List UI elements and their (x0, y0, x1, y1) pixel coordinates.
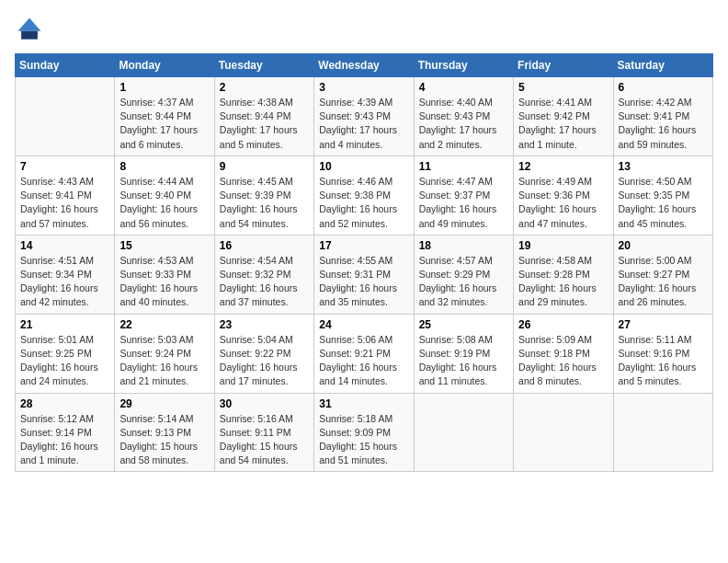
logo (15, 15, 48, 44)
calendar-cell: 10Sunrise: 4:46 AMSunset: 9:38 PMDayligh… (314, 155, 414, 235)
calendar-cell: 16Sunrise: 4:54 AMSunset: 9:32 PMDayligh… (214, 235, 313, 314)
day-info: Sunrise: 5:08 AMSunset: 9:19 PMDaylight:… (419, 333, 508, 389)
calendar-cell: 3Sunrise: 4:39 AMSunset: 9:43 PMDaylight… (314, 77, 414, 156)
day-number: 2 (220, 81, 309, 94)
calendar-cell: 15Sunrise: 4:53 AMSunset: 9:33 PMDayligh… (115, 235, 214, 314)
day-info: Sunrise: 4:37 AMSunset: 9:44 PMDaylight:… (119, 96, 209, 152)
calendar-cell: 30Sunrise: 5:16 AMSunset: 9:11 PMDayligh… (214, 393, 313, 472)
calendar-cell (514, 393, 613, 472)
day-info: Sunrise: 5:03 AMSunset: 9:24 PMDaylight:… (119, 333, 209, 389)
calendar-cell: 31Sunrise: 5:18 AMSunset: 9:09 PMDayligh… (314, 393, 414, 472)
table-row: 7Sunrise: 4:43 AMSunset: 9:41 PMDaylight… (16, 155, 713, 235)
calendar-cell: 22Sunrise: 5:03 AMSunset: 9:24 PMDayligh… (115, 314, 214, 393)
day-number: 31 (319, 397, 408, 410)
day-info: Sunrise: 5:12 AMSunset: 9:14 PMDaylight:… (20, 412, 109, 468)
calendar-cell: 21Sunrise: 5:01 AMSunset: 9:25 PMDayligh… (16, 314, 115, 393)
table-row: 21Sunrise: 5:01 AMSunset: 9:25 PMDayligh… (16, 314, 713, 393)
day-number: 26 (518, 318, 608, 331)
day-info: Sunrise: 5:09 AMSunset: 9:18 PMDaylight:… (518, 333, 608, 389)
table-row: 1Sunrise: 4:37 AMSunset: 9:44 PMDaylight… (16, 77, 713, 156)
calendar-cell: 28Sunrise: 5:12 AMSunset: 9:14 PMDayligh… (16, 393, 115, 472)
day-number: 6 (619, 81, 708, 94)
day-number: 19 (518, 239, 608, 252)
day-number: 10 (319, 160, 408, 173)
day-number: 12 (518, 160, 608, 173)
day-info: Sunrise: 5:00 AMSunset: 9:27 PMDaylight:… (619, 254, 708, 310)
day-info: Sunrise: 5:06 AMSunset: 9:21 PMDaylight:… (319, 333, 408, 389)
day-info: Sunrise: 4:50 AMSunset: 9:35 PMDaylight:… (619, 175, 708, 231)
day-info: Sunrise: 4:55 AMSunset: 9:31 PMDaylight:… (319, 254, 408, 310)
col-header-saturday: Saturday (613, 54, 712, 77)
day-number: 11 (419, 160, 508, 173)
col-header-monday: Monday (115, 54, 214, 77)
day-info: Sunrise: 4:49 AMSunset: 9:36 PMDaylight:… (518, 175, 608, 231)
calendar-cell: 27Sunrise: 5:11 AMSunset: 9:16 PMDayligh… (613, 314, 712, 393)
calendar-cell: 13Sunrise: 4:50 AMSunset: 9:35 PMDayligh… (613, 155, 712, 235)
logo-icon (15, 15, 44, 44)
day-info: Sunrise: 4:44 AMSunset: 9:40 PMDaylight:… (119, 175, 209, 231)
calendar-cell: 12Sunrise: 4:49 AMSunset: 9:36 PMDayligh… (514, 155, 613, 235)
day-number: 9 (220, 160, 309, 173)
day-info: Sunrise: 4:39 AMSunset: 9:43 PMDaylight:… (319, 96, 408, 152)
col-header-wednesday: Wednesday (314, 54, 414, 77)
day-number: 27 (619, 318, 708, 331)
day-info: Sunrise: 5:14 AMSunset: 9:13 PMDaylight:… (119, 412, 209, 468)
day-info: Sunrise: 5:04 AMSunset: 9:22 PMDaylight:… (220, 333, 309, 389)
day-info: Sunrise: 4:40 AMSunset: 9:43 PMDaylight:… (419, 96, 508, 152)
day-number: 15 (119, 239, 209, 252)
day-info: Sunrise: 4:53 AMSunset: 9:33 PMDaylight:… (119, 254, 209, 310)
day-info: Sunrise: 5:18 AMSunset: 9:09 PMDaylight:… (319, 412, 408, 468)
day-number: 29 (119, 397, 209, 410)
day-number: 28 (20, 397, 109, 410)
calendar-cell: 4Sunrise: 4:40 AMSunset: 9:43 PMDaylight… (414, 77, 513, 156)
table-row: 28Sunrise: 5:12 AMSunset: 9:14 PMDayligh… (16, 393, 713, 472)
day-number: 8 (119, 160, 209, 173)
day-info: Sunrise: 4:51 AMSunset: 9:34 PMDaylight:… (20, 254, 109, 310)
page-header (15, 15, 713, 44)
day-number: 22 (119, 318, 209, 331)
day-info: Sunrise: 4:42 AMSunset: 9:41 PMDaylight:… (619, 96, 708, 152)
calendar-table: SundayMondayTuesdayWednesdayThursdayFrid… (15, 53, 713, 472)
svg-marker-0 (18, 18, 41, 31)
day-number: 4 (419, 81, 508, 94)
table-header-row: SundayMondayTuesdayWednesdayThursdayFrid… (16, 54, 713, 77)
day-number: 1 (119, 81, 209, 94)
day-info: Sunrise: 4:54 AMSunset: 9:32 PMDaylight:… (220, 254, 309, 310)
day-info: Sunrise: 4:58 AMSunset: 9:28 PMDaylight:… (518, 254, 608, 310)
day-number: 14 (20, 239, 109, 252)
calendar-cell: 29Sunrise: 5:14 AMSunset: 9:13 PMDayligh… (115, 393, 214, 472)
calendar-cell (613, 393, 712, 472)
calendar-cell: 9Sunrise: 4:45 AMSunset: 9:39 PMDaylight… (214, 155, 313, 235)
day-number: 7 (20, 160, 109, 173)
calendar-cell: 18Sunrise: 4:57 AMSunset: 9:29 PMDayligh… (414, 235, 513, 314)
calendar-cell: 5Sunrise: 4:41 AMSunset: 9:42 PMDaylight… (514, 77, 613, 156)
calendar-cell: 17Sunrise: 4:55 AMSunset: 9:31 PMDayligh… (314, 235, 414, 314)
day-number: 17 (319, 239, 408, 252)
calendar-cell: 20Sunrise: 5:00 AMSunset: 9:27 PMDayligh… (613, 235, 712, 314)
calendar-cell: 25Sunrise: 5:08 AMSunset: 9:19 PMDayligh… (414, 314, 513, 393)
calendar-cell: 14Sunrise: 4:51 AMSunset: 9:34 PMDayligh… (16, 235, 115, 314)
svg-rect-1 (21, 31, 38, 40)
day-info: Sunrise: 4:43 AMSunset: 9:41 PMDaylight:… (20, 175, 109, 231)
day-number: 25 (419, 318, 508, 331)
day-info: Sunrise: 4:38 AMSunset: 9:44 PMDaylight:… (220, 96, 309, 152)
calendar-cell (16, 77, 115, 156)
calendar-cell: 7Sunrise: 4:43 AMSunset: 9:41 PMDaylight… (16, 155, 115, 235)
day-number: 18 (419, 239, 508, 252)
day-info: Sunrise: 4:46 AMSunset: 9:38 PMDaylight:… (319, 175, 408, 231)
col-header-sunday: Sunday (16, 54, 115, 77)
day-info: Sunrise: 5:16 AMSunset: 9:11 PMDaylight:… (220, 412, 309, 468)
day-number: 30 (220, 397, 309, 410)
calendar-cell: 1Sunrise: 4:37 AMSunset: 9:44 PMDaylight… (115, 77, 214, 156)
table-row: 14Sunrise: 4:51 AMSunset: 9:34 PMDayligh… (16, 235, 713, 314)
calendar-cell: 2Sunrise: 4:38 AMSunset: 9:44 PMDaylight… (214, 77, 313, 156)
calendar-cell: 24Sunrise: 5:06 AMSunset: 9:21 PMDayligh… (314, 314, 414, 393)
day-info: Sunrise: 4:57 AMSunset: 9:29 PMDaylight:… (419, 254, 508, 310)
col-header-thursday: Thursday (414, 54, 513, 77)
day-number: 3 (319, 81, 408, 94)
col-header-tuesday: Tuesday (214, 54, 313, 77)
day-number: 24 (319, 318, 408, 331)
calendar-cell (414, 393, 513, 472)
col-header-friday: Friday (514, 54, 613, 77)
day-number: 16 (220, 239, 309, 252)
